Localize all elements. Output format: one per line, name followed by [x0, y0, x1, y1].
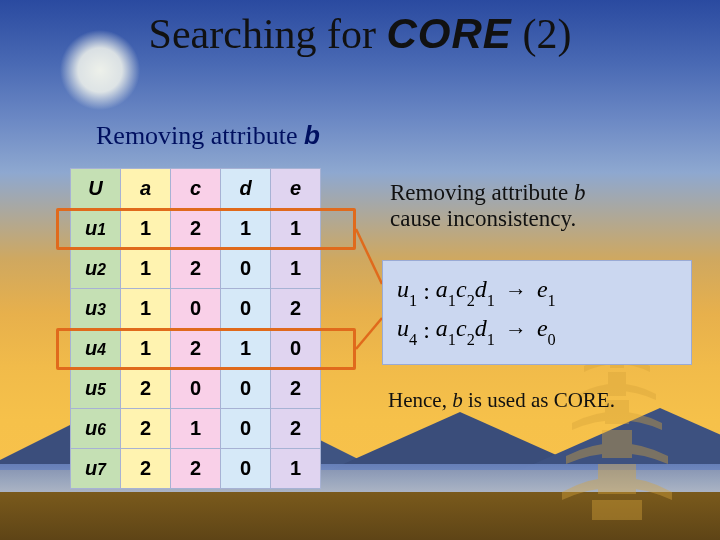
- cell-a: 1: [121, 249, 171, 289]
- row-label: u2: [71, 249, 121, 289]
- col-e: e: [271, 169, 321, 209]
- table-row: u41210: [71, 329, 321, 369]
- slide-stage: Searching for CORE (2) Removing attribut…: [0, 0, 720, 540]
- cell-d: 0: [221, 289, 271, 329]
- cell-d: 0: [221, 449, 271, 489]
- hence-prefix: Hence,: [388, 388, 452, 412]
- subtitle-attr: b: [304, 120, 320, 150]
- cell-a: 1: [121, 329, 171, 369]
- slide-subtitle: Removing attribute b: [96, 120, 320, 151]
- svg-line-9: [356, 229, 382, 284]
- table-row: u11211: [71, 209, 321, 249]
- table-row: u72201: [71, 449, 321, 489]
- cell-a: 2: [121, 369, 171, 409]
- svg-rect-2: [602, 430, 632, 458]
- cell-a: 1: [121, 289, 171, 329]
- decision-table: U a c d e u11211u21201u31002u41210u52002…: [70, 168, 321, 489]
- cell-c: 2: [171, 329, 221, 369]
- table-row: u31002: [71, 289, 321, 329]
- cell-a: 1: [121, 209, 171, 249]
- cell-a: 2: [121, 409, 171, 449]
- cell-e: 2: [271, 369, 321, 409]
- cell-d: 0: [221, 369, 271, 409]
- row-label: u5: [71, 369, 121, 409]
- cell-d: 1: [221, 209, 271, 249]
- explain-line2: cause inconsistency.: [390, 206, 576, 231]
- cell-a: 2: [121, 449, 171, 489]
- title-suffix: (2): [512, 11, 571, 57]
- cell-e: 2: [271, 409, 321, 449]
- table-header-row: U a c d e: [71, 169, 321, 209]
- row-label: u1: [71, 209, 121, 249]
- cell-e: 2: [271, 289, 321, 329]
- svg-rect-1: [598, 464, 636, 494]
- cell-d: 0: [221, 409, 271, 449]
- svg-line-10: [356, 318, 382, 349]
- cell-d: 0: [221, 249, 271, 289]
- svg-rect-0: [592, 500, 642, 520]
- col-c: c: [171, 169, 221, 209]
- table-row: u21201: [71, 249, 321, 289]
- rule-row: u1:a1c2d1→e1: [397, 271, 677, 310]
- title-core: CORE: [387, 10, 512, 57]
- rules-box: u1:a1c2d1→e1u4:a1c2d1→e0: [382, 260, 692, 365]
- slide-title: Searching for CORE (2): [0, 10, 720, 58]
- cell-c: 0: [171, 369, 221, 409]
- cell-c: 1: [171, 409, 221, 449]
- hence-text: Hence, b is used as CORE.: [388, 388, 708, 413]
- cell-e: 1: [271, 249, 321, 289]
- row-label: u4: [71, 329, 121, 369]
- explain-text: Removing attribute b cause inconsistency…: [390, 180, 700, 232]
- hence-suffix: is used as CORE.: [463, 388, 615, 412]
- cell-e: 0: [271, 329, 321, 369]
- explain-line1: Removing attribute: [390, 180, 574, 205]
- rule-row: u4:a1c2d1→e0: [397, 310, 677, 349]
- cell-e: 1: [271, 449, 321, 489]
- row-label: u7: [71, 449, 121, 489]
- row-label: u3: [71, 289, 121, 329]
- table-row: u52002: [71, 369, 321, 409]
- cell-d: 1: [221, 329, 271, 369]
- cell-c: 2: [171, 249, 221, 289]
- row-label: u6: [71, 409, 121, 449]
- col-a: a: [121, 169, 171, 209]
- table-row: u62102: [71, 409, 321, 449]
- col-U: U: [71, 169, 121, 209]
- cell-e: 1: [271, 209, 321, 249]
- subtitle-prefix: Removing attribute: [96, 121, 304, 150]
- hence-attr: b: [452, 388, 463, 412]
- bg-ground: [0, 492, 720, 540]
- cell-c: 2: [171, 209, 221, 249]
- explain-attr: b: [574, 180, 586, 205]
- col-d: d: [221, 169, 271, 209]
- cell-c: 0: [171, 289, 221, 329]
- cell-c: 2: [171, 449, 221, 489]
- title-prefix: Searching for: [149, 11, 387, 57]
